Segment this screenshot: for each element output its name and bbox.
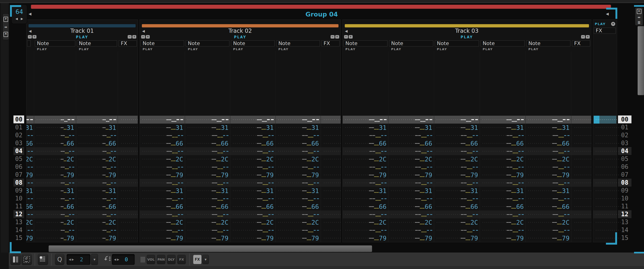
group-fx-pattern-cell[interactable]: ················ bbox=[593, 131, 617, 139]
pattern-cell[interactable]: ············ bbox=[480, 226, 526, 234]
pattern-cell[interactable]: ············ bbox=[276, 210, 321, 218]
pattern-cell[interactable] bbox=[26, 226, 34, 234]
pattern-cell[interactable]: ············31 bbox=[276, 187, 321, 195]
group-title[interactable]: Group 04 bbox=[306, 11, 338, 18]
fx-pattern-cell[interactable]: ················ bbox=[571, 195, 591, 202]
remove-column-button[interactable]: − bbox=[581, 35, 585, 39]
note-column-header[interactable]: NotePLAY bbox=[34, 40, 76, 51]
add-column-button[interactable]: + bbox=[146, 35, 150, 39]
fx-pattern-cell[interactable]: ················ bbox=[118, 163, 138, 171]
pattern-cell[interactable]: ············ bbox=[276, 226, 321, 234]
fx-pattern-cell[interactable]: ················ bbox=[321, 139, 340, 147]
pattern-cell[interactable]: ············ bbox=[230, 131, 276, 139]
group-fx-pattern-cell[interactable]: ················ bbox=[593, 195, 617, 202]
pattern-cell[interactable]: ············31 bbox=[434, 187, 480, 195]
fx-pattern-cell[interactable]: ················ bbox=[571, 163, 591, 171]
pattern-cell[interactable]: 66 bbox=[26, 139, 34, 147]
pattern-cell[interactable]: ············2C bbox=[480, 155, 526, 163]
fx-pattern-cell[interactable]: ················ bbox=[321, 155, 340, 163]
pattern-cell[interactable]: ············ bbox=[343, 116, 388, 124]
pattern-cell[interactable]: ············ bbox=[276, 179, 321, 187]
pattern-cell[interactable] bbox=[26, 195, 34, 202]
fx-pattern-cell[interactable]: ················ bbox=[118, 187, 138, 195]
remove-column-button[interactable]: − bbox=[128, 35, 132, 39]
pattern-cell[interactable]: ············66 bbox=[343, 139, 388, 147]
pattern-cell[interactable]: ············2C bbox=[185, 218, 230, 226]
pattern-cell[interactable]: ············ bbox=[140, 226, 185, 234]
edit-step-stepper[interactable]: ◀▶ 0 bbox=[112, 254, 135, 265]
pattern-cell[interactable]: ············ bbox=[185, 179, 230, 187]
fx-pattern-cell[interactable]: ················ bbox=[571, 226, 591, 234]
pattern-cell[interactable]: ············31 bbox=[434, 124, 480, 131]
pattern-cell[interactable]: ············66 bbox=[185, 202, 230, 210]
fx-pattern-cell[interactable]: ················ bbox=[571, 131, 591, 139]
pattern-cell[interactable] bbox=[26, 163, 34, 171]
pattern-cell[interactable]: ············ bbox=[276, 163, 321, 171]
pattern-cell[interactable]: ············ bbox=[343, 195, 388, 202]
pattern-cell[interactable]: ············2C bbox=[343, 155, 388, 163]
pattern-cell[interactable]: ············ bbox=[343, 179, 388, 187]
quantize-stepper[interactable]: ◀▶ 2 bbox=[67, 254, 90, 265]
track-play-toggle[interactable]: PLAY bbox=[234, 35, 246, 39]
pattern-cell[interactable]: ············ bbox=[526, 147, 571, 155]
pattern-cell[interactable]: 2C bbox=[26, 155, 34, 163]
pattern-cell[interactable]: ············31 bbox=[388, 187, 434, 195]
pattern-cell[interactable]: ············ bbox=[526, 163, 571, 171]
pattern-cell[interactable]: ············ bbox=[185, 195, 230, 202]
pattern-cell[interactable]: ············66 bbox=[276, 202, 321, 210]
pattern-cell[interactable]: ············ bbox=[388, 226, 434, 234]
pattern-cell[interactable]: ············ bbox=[388, 147, 434, 155]
fx-column-header[interactable]: FX bbox=[571, 40, 591, 51]
pattern-cell[interactable]: ············79 bbox=[230, 171, 276, 179]
pattern-cell[interactable]: ············79 bbox=[230, 234, 276, 242]
expand-width-icon[interactable]: ↔ bbox=[638, 15, 640, 19]
pattern-cell[interactable]: ············31 bbox=[388, 124, 434, 131]
track-title[interactable]: Track 01 bbox=[70, 28, 94, 34]
pattern-cell[interactable]: ············2C bbox=[230, 155, 276, 163]
fx-pattern-cell[interactable]: ················ bbox=[118, 234, 138, 242]
list-icon[interactable]: ≡ bbox=[638, 20, 640, 24]
pattern-cell[interactable]: ············31 bbox=[185, 187, 230, 195]
fx-pattern-cell[interactable]: ················ bbox=[118, 139, 138, 147]
expand-width-icon[interactable]: ↔ bbox=[4, 25, 7, 29]
pattern-cell[interactable]: ············79 bbox=[480, 234, 526, 242]
pattern-cell[interactable]: ············ bbox=[276, 195, 321, 202]
add-column-button[interactable]: + bbox=[32, 35, 36, 39]
pattern-cell[interactable]: ············ bbox=[526, 195, 571, 202]
pattern-cell[interactable]: ············66 bbox=[276, 139, 321, 147]
group-collapse-left-icon[interactable]: ◀ bbox=[28, 12, 31, 16]
pattern-cell[interactable]: ············ bbox=[480, 147, 526, 155]
pattern-cell[interactable]: ············ bbox=[140, 195, 185, 202]
group-fx-pattern-cell[interactable]: ················ bbox=[593, 124, 617, 131]
note-column-header[interactable]: NotePLAY bbox=[388, 40, 434, 51]
pattern-cell[interactable]: 31 bbox=[26, 187, 34, 195]
pattern-cell[interactable]: ············79 bbox=[388, 171, 434, 179]
pattern-cell[interactable]: ············ bbox=[230, 147, 276, 155]
pattern-cell[interactable]: ············2C bbox=[343, 218, 388, 226]
pattern-cell[interactable]: ············31 bbox=[480, 187, 526, 195]
pattern-cell[interactable]: ············ bbox=[480, 131, 526, 139]
pattern-cell[interactable]: ············ bbox=[343, 163, 388, 171]
pattern-cell[interactable]: ············31 bbox=[76, 187, 118, 195]
pattern-cell[interactable]: ············ bbox=[526, 210, 571, 218]
pattern-cell[interactable]: ············ bbox=[343, 131, 388, 139]
pattern-cell[interactable]: ············2C bbox=[230, 218, 276, 226]
stepper-arrows-icon[interactable]: ◀▶ bbox=[114, 258, 120, 261]
pattern-cell[interactable]: ············ bbox=[388, 116, 434, 124]
add-column-button[interactable]: + bbox=[349, 35, 353, 39]
pattern-cell[interactable] bbox=[26, 116, 34, 124]
autofit-icon[interactable]: A bbox=[637, 9, 642, 14]
group-collapse-right-icon[interactable]: ◀ bbox=[606, 12, 609, 16]
pattern-cell[interactable]: ············ bbox=[76, 147, 118, 155]
pattern-cell[interactable]: ············66 bbox=[434, 202, 480, 210]
pattern-cell[interactable]: ············ bbox=[230, 116, 276, 124]
pattern-cell[interactable]: ············66 bbox=[140, 139, 185, 147]
pattern-cell[interactable]: ············ bbox=[526, 131, 571, 139]
pattern-cell[interactable]: ············31 bbox=[343, 124, 388, 131]
pattern-cell[interactable]: ············ bbox=[34, 226, 76, 234]
pattern-cell[interactable]: ············79 bbox=[140, 234, 185, 242]
quantize-dropdown[interactable]: ▼ bbox=[91, 254, 98, 265]
track-title[interactable]: Track 03 bbox=[455, 28, 478, 34]
fx-pattern-cell[interactable]: ················ bbox=[321, 171, 340, 179]
pattern-cell[interactable]: ············ bbox=[76, 226, 118, 234]
